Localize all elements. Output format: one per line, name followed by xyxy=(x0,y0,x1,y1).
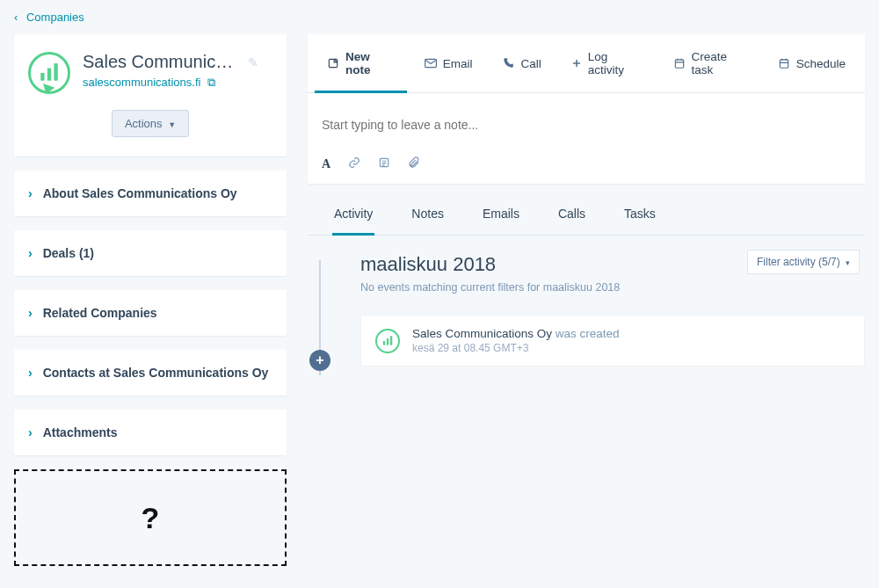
compose-tab-create-task[interactable]: Create task xyxy=(661,34,760,93)
chevron-right-icon: › xyxy=(28,366,33,380)
activity-tab-activity[interactable]: Activity xyxy=(332,192,374,236)
pencil-icon[interactable]: ✎ xyxy=(248,55,258,69)
sidebar: Sales Communicati... ✎ salescommunicatio… xyxy=(14,34,287,566)
compose-panel: New note Email Call Log activity Create … xyxy=(308,34,865,184)
company-logo-icon xyxy=(28,52,70,94)
event-verb: was created xyxy=(556,327,620,340)
svg-rect-6 xyxy=(780,60,788,68)
breadcrumb-link[interactable]: Companies xyxy=(26,11,84,24)
svg-rect-5 xyxy=(675,60,683,68)
company-domain-link[interactable]: salescommunications.fi ⧉ xyxy=(83,76,215,90)
company-icon xyxy=(375,329,400,353)
main-column: New note Email Call Log activity Create … xyxy=(308,34,865,384)
question-mark-icon: ? xyxy=(142,501,160,535)
breadcrumb[interactable]: ‹ Companies xyxy=(0,0,879,34)
plus-icon xyxy=(571,58,582,69)
sidebar-section-deals[interactable]: › Deals (1) xyxy=(14,230,287,276)
section-title: Contacts at Sales Communications Oy xyxy=(43,366,269,380)
actions-label: Actions xyxy=(125,117,163,130)
chevron-right-icon: › xyxy=(28,246,33,260)
activity-tab-calls[interactable]: Calls xyxy=(556,192,587,236)
tab-label: Log activity xyxy=(588,50,643,76)
compose-tab-call[interactable]: Call xyxy=(490,34,553,93)
attachment-icon[interactable] xyxy=(408,156,420,171)
note-icon xyxy=(327,57,339,69)
company-domain-text: salescommunications.fi xyxy=(83,76,200,89)
svg-rect-9 xyxy=(387,338,389,345)
compose-tab-new-note[interactable]: New note xyxy=(315,34,407,93)
activity-tab-notes[interactable]: Notes xyxy=(410,192,446,236)
sidebar-section-attachments[interactable]: › Attachments xyxy=(14,410,287,455)
tab-label: Schedule xyxy=(796,57,846,70)
actions-button[interactable]: Actions ▼ xyxy=(112,110,189,137)
svg-rect-10 xyxy=(390,336,392,345)
add-event-button[interactable]: + xyxy=(309,350,331,371)
event-timestamp: kesä 29 at 08.45 GMT+3 xyxy=(412,342,620,354)
event-text: Sales Communications Oy was created kesä… xyxy=(412,327,620,354)
section-title: About Sales Communications Oy xyxy=(43,186,237,200)
tab-label: Create task xyxy=(692,50,748,76)
event-subject: Sales Communications Oy xyxy=(412,327,552,340)
tab-label: Email xyxy=(443,57,473,70)
chevron-right-icon: › xyxy=(28,186,33,200)
compose-tab-email[interactable]: Email xyxy=(412,34,485,93)
mystery-placeholder: ? xyxy=(14,469,287,566)
sidebar-section-contacts[interactable]: › Contacts at Sales Communications Oy xyxy=(14,350,287,396)
text-format-icon[interactable]: A xyxy=(322,157,331,171)
section-title: Related Companies xyxy=(43,306,157,320)
compose-tabs: New note Email Call Log activity Create … xyxy=(308,34,865,93)
company-header-card: Sales Communicati... ✎ salescommunicatio… xyxy=(14,34,287,156)
svg-rect-2 xyxy=(54,63,57,81)
timeline-event-card[interactable]: Sales Communications Oy was created kesä… xyxy=(360,315,865,367)
activity-tabs: Activity Notes Emails Calls Tasks xyxy=(308,192,865,236)
note-input[interactable] xyxy=(308,93,865,146)
activity-tab-emails[interactable]: Emails xyxy=(481,192,521,236)
activity-tab-tasks[interactable]: Tasks xyxy=(622,192,657,236)
filter-label: Filter activity (5/7) xyxy=(757,256,840,268)
link-icon[interactable] xyxy=(348,156,360,171)
section-title: Attachments xyxy=(43,425,118,439)
compose-toolbar: A xyxy=(308,146,865,184)
caret-down-icon: ▾ xyxy=(846,258,850,267)
phone-icon xyxy=(502,57,514,69)
company-name: Sales Communicati... xyxy=(83,52,241,72)
task-icon xyxy=(673,57,686,69)
svg-rect-8 xyxy=(383,341,385,345)
snippet-icon[interactable] xyxy=(378,156,390,171)
external-link-icon: ⧉ xyxy=(207,76,215,89)
filter-activity-button[interactable]: Filter activity (5/7) ▾ xyxy=(747,250,860,274)
svg-rect-1 xyxy=(47,69,51,81)
timeline: Filter activity (5/7) ▾ maaliskuu 2018 N… xyxy=(308,236,865,384)
tab-label: New note xyxy=(345,50,395,76)
sidebar-section-about[interactable]: › About Sales Communications Oy xyxy=(14,171,287,216)
svg-rect-0 xyxy=(40,73,44,81)
section-title: Deals (1) xyxy=(43,246,94,260)
calendar-icon xyxy=(778,57,790,69)
sidebar-section-related[interactable]: › Related Companies xyxy=(14,290,287,336)
chevron-right-icon: › xyxy=(28,425,33,439)
caret-down-icon: ▼ xyxy=(168,120,176,129)
chevron-right-icon: › xyxy=(28,306,33,320)
compose-tab-schedule[interactable]: Schedule xyxy=(766,34,858,93)
compose-tab-log-activity[interactable]: Log activity xyxy=(559,34,656,93)
chevron-left-icon: ‹ xyxy=(14,11,18,24)
no-events-message: No events matching current filters for m… xyxy=(360,281,865,294)
email-icon xyxy=(425,58,437,69)
tab-label: Call xyxy=(520,57,541,70)
